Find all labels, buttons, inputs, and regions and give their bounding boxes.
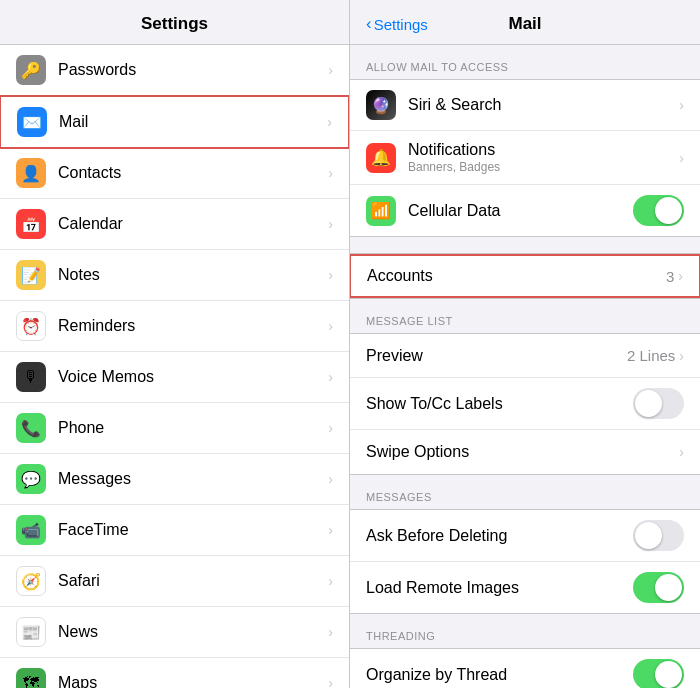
toggle-knob-organize_by_thread [655,661,682,688]
sidebar-item-notes[interactable]: 📝 Notes › [0,250,349,301]
chevron-voicememos: › [328,369,333,385]
chevron-notifications: › [679,150,684,166]
toggle-load_remote_images[interactable] [633,572,684,603]
right-header: ‹ Settings Mail [350,0,700,45]
text-wrap-ask_before_deleting: Ask Before Deleting [366,527,633,545]
label-swipe_options: Swipe Options [366,443,679,461]
value-accounts: 3 [666,268,674,285]
sidebar-item-maps[interactable]: 🗺 Maps › [0,658,349,688]
section-label-allow_access: ALLOW MAIL TO ACCESS [350,45,700,79]
label-notifications: Notifications [408,141,679,159]
right-item-notifications[interactable]: 🔔 Notifications Banners, Badges › [350,131,700,185]
sublabel-notifications: Banners, Badges [408,160,679,174]
text-wrap-show_tocc: Show To/Cc Labels [366,395,633,413]
section-list-messages_section: Ask Before Deleting Load Remote Images [350,509,700,614]
sidebar-item-facetime[interactable]: 📹 FaceTime › [0,505,349,556]
icon-notifications: 🔔 [366,143,396,173]
chevron-notes: › [328,267,333,283]
toggle-ask_before_deleting[interactable] [633,520,684,551]
toggle-knob-load_remote_images [655,574,682,601]
settings-list: 🔑 Passwords › ✉️ Mail › 👤 Contacts › 📅 C… [0,45,349,688]
icon-facetime: 📹 [16,515,46,545]
back-icon: ‹ [366,14,372,34]
sidebar-item-contacts[interactable]: 👤 Contacts › [0,148,349,199]
left-panel: Settings 🔑 Passwords › ✉️ Mail › 👤 Conta… [0,0,350,688]
text-wrap-load_remote_images: Load Remote Images [366,579,633,597]
text-wrap-siri_search: Siri & Search [408,96,679,114]
toggle-show_tocc[interactable] [633,388,684,419]
icon-siri_search: 🔮 [366,90,396,120]
toggle-cellular_data[interactable] [633,195,684,226]
icon-cellular_data: 📶 [366,196,396,226]
icon-phone: 📞 [16,413,46,443]
label-siri_search: Siri & Search [408,96,679,114]
toggle-knob-cellular_data [655,197,682,224]
right-item-ask_before_deleting[interactable]: Ask Before Deleting [350,510,700,562]
label-safari: Safari [58,572,328,590]
back-button[interactable]: ‹ Settings [366,14,428,34]
right-item-show_tocc[interactable]: Show To/Cc Labels [350,378,700,430]
section-label-messages_section: MESSAGES [350,475,700,509]
chevron-messages: › [328,471,333,487]
toggle-organize_by_thread[interactable] [633,659,684,688]
label-facetime: FaceTime [58,521,328,539]
right-item-organize_by_thread[interactable]: Organize by Thread [350,649,700,688]
label-show_tocc: Show To/Cc Labels [366,395,633,413]
sidebar-item-passwords[interactable]: 🔑 Passwords › [0,45,349,96]
label-news: News [58,623,328,641]
chevron-reminders: › [328,318,333,334]
chevron-facetime: › [328,522,333,538]
left-header: Settings [0,0,349,45]
chevron-contacts: › [328,165,333,181]
label-mail: Mail [59,113,327,131]
chevron-phone: › [328,420,333,436]
icon-news: 📰 [16,617,46,647]
text-wrap-accounts: Accounts [367,267,666,285]
label-passwords: Passwords [58,61,328,79]
text-wrap-notifications: Notifications Banners, Badges [408,141,679,174]
sidebar-item-voicememos[interactable]: 🎙 Voice Memos › [0,352,349,403]
sidebar-item-safari[interactable]: 🧭 Safari › [0,556,349,607]
chevron-swipe_options: › [679,444,684,460]
right-item-preview[interactable]: Preview 2 Lines › [350,334,700,378]
chevron-news: › [328,624,333,640]
label-preview: Preview [366,347,627,365]
toggle-knob-show_tocc [635,390,662,417]
chevron-mail: › [327,114,332,130]
right-panel: ‹ Settings Mail ALLOW MAIL TO ACCESS 🔮 S… [350,0,700,688]
label-contacts: Contacts [58,164,328,182]
section-label-message_list: MESSAGE LIST [350,299,700,333]
right-item-load_remote_images[interactable]: Load Remote Images [350,562,700,613]
icon-maps: 🗺 [16,668,46,688]
chevron-accounts: › [678,268,683,284]
label-load_remote_images: Load Remote Images [366,579,633,597]
back-label: Settings [374,16,428,33]
chevron-maps: › [328,675,333,688]
label-notes: Notes [58,266,328,284]
label-reminders: Reminders [58,317,328,335]
right-item-cellular_data[interactable]: 📶 Cellular Data [350,185,700,236]
text-wrap-preview: Preview [366,347,627,365]
sidebar-item-calendar[interactable]: 📅 Calendar › [0,199,349,250]
sidebar-item-mail[interactable]: ✉️ Mail › [0,95,349,149]
sidebar-item-phone[interactable]: 📞 Phone › [0,403,349,454]
label-calendar: Calendar [58,215,328,233]
label-voicememos: Voice Memos [58,368,328,386]
icon-reminders: ⏰ [16,311,46,341]
icon-safari: 🧭 [16,566,46,596]
sidebar-item-messages[interactable]: 💬 Messages › [0,454,349,505]
text-wrap-swipe_options: Swipe Options [366,443,679,461]
right-item-swipe_options[interactable]: Swipe Options › [350,430,700,474]
icon-contacts: 👤 [16,158,46,188]
section-list-accounts_section: Accounts 3 › [350,253,700,299]
value-preview: 2 Lines [627,347,675,364]
right-title: Mail [508,14,541,34]
section-list-allow_access: 🔮 Siri & Search › 🔔 Notifications Banner… [350,79,700,237]
chevron-preview: › [679,348,684,364]
sidebar-item-news[interactable]: 📰 News › [0,607,349,658]
right-item-siri_search[interactable]: 🔮 Siri & Search › [350,80,700,131]
section-list-threading_section: Organize by Thread Collapse Read Message… [350,648,700,688]
sidebar-item-reminders[interactable]: ⏰ Reminders › [0,301,349,352]
right-item-accounts[interactable]: Accounts 3 › [350,254,700,298]
label-maps: Maps [58,674,328,688]
